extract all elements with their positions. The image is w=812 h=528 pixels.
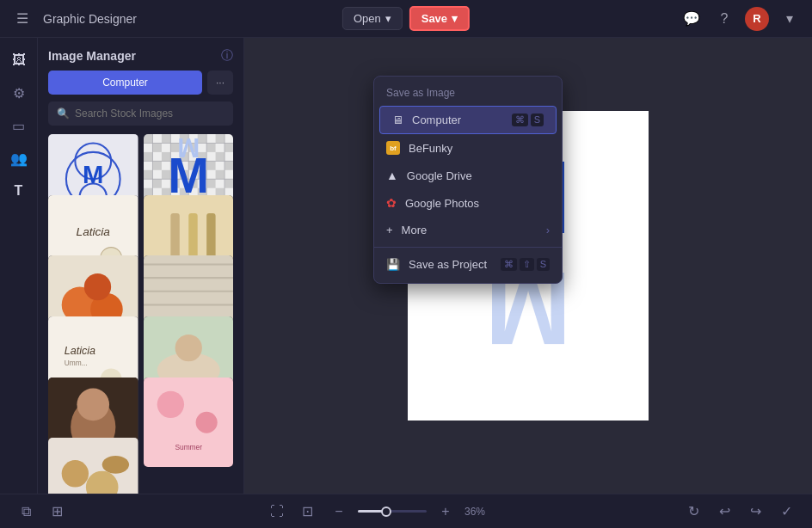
search-icon: 🔍 bbox=[57, 107, 70, 120]
svg-point-41 bbox=[157, 390, 183, 417]
svg-rect-19 bbox=[206, 213, 215, 258]
save-button[interactable]: Save ▾ bbox=[409, 6, 470, 31]
save-dropdown-menu: Save as Image 🖥 Computer ⌘ S bf BeFunky … bbox=[373, 76, 563, 284]
more-button[interactable]: ··· bbox=[207, 71, 233, 95]
zoom-percent: 36% bbox=[464, 506, 485, 518]
svg-text:Laticia: Laticia bbox=[77, 225, 111, 238]
befunky-label: BeFunky bbox=[409, 142, 452, 155]
sidebar-icon-people[interactable]: 👥 bbox=[5, 144, 33, 172]
save-chevron-icon: ▾ bbox=[452, 12, 458, 25]
layers-button[interactable]: ⧉ bbox=[14, 500, 38, 524]
zoom-thumb bbox=[381, 507, 391, 517]
redo-button[interactable]: ↪ bbox=[743, 500, 767, 524]
svg-point-36 bbox=[175, 335, 201, 361]
header-center: Open ▾ Save ▾ bbox=[342, 6, 470, 31]
panel-header: Image Manager ⓘ bbox=[38, 38, 243, 71]
svg-text:Umm...: Umm... bbox=[65, 359, 88, 367]
menu-icon[interactable]: ☰ bbox=[10, 7, 34, 31]
zoom-out-button[interactable]: − bbox=[327, 500, 351, 524]
image-panel: Image Manager ⓘ Computer ··· 🔍 M bbox=[38, 38, 244, 494]
check-button[interactable]: ✓ bbox=[774, 500, 798, 524]
save-photos-item[interactable]: ✿ Google Photos bbox=[374, 189, 562, 217]
svg-text:M: M bbox=[83, 161, 103, 188]
zoom-slider[interactable] bbox=[358, 510, 427, 513]
shortcut-shift: ⇧ bbox=[520, 258, 534, 271]
crop-button[interactable]: ⊡ bbox=[296, 500, 320, 524]
svg-text:M: M bbox=[177, 134, 200, 163]
save-project-icon: 💾 bbox=[386, 258, 400, 271]
shortcut-cmd: ⌘ bbox=[512, 114, 528, 126]
save-label: Save bbox=[421, 12, 447, 25]
svg-point-45 bbox=[62, 460, 89, 487]
shortcut-cmd2: ⌘ bbox=[501, 258, 517, 271]
icon-sidebar: 🖼 ⚙ ▭ 👥 T bbox=[0, 38, 38, 494]
grid-button[interactable]: ⊞ bbox=[45, 500, 69, 524]
svg-point-23 bbox=[84, 273, 111, 300]
computer-icon: 🖥 bbox=[392, 114, 403, 126]
google-drive-icon: ▲ bbox=[386, 169, 398, 182]
shortcut-s2: S bbox=[537, 258, 550, 271]
app-title: Graphic Designer bbox=[43, 12, 137, 26]
search-input[interactable] bbox=[75, 107, 225, 120]
refresh-button[interactable]: ↻ bbox=[681, 500, 705, 524]
svg-text:Summer: Summer bbox=[175, 442, 202, 451]
zoom-fill bbox=[358, 510, 383, 513]
save-computer-item[interactable]: 🖥 Computer ⌘ S bbox=[379, 106, 557, 134]
undo-button[interactable]: ↩ bbox=[712, 500, 736, 524]
zoom-in-button[interactable]: + bbox=[434, 500, 458, 524]
panel-title: Image Manager bbox=[48, 49, 136, 63]
toolbar-right: ↻ ↩ ↪ ✓ bbox=[681, 500, 798, 524]
expand-button[interactable]: ⛶ bbox=[265, 500, 289, 524]
header: ☰ Graphic Designer Open ▾ Save ▾ 💬 ? R ▾ bbox=[0, 0, 812, 38]
dropdown-header: Save as Image bbox=[374, 82, 562, 106]
main-area: 🖼 ⚙ ▭ 👥 T Image Manager ⓘ Computer ··· 🔍 bbox=[0, 38, 812, 494]
panel-actions: Computer ··· bbox=[38, 71, 243, 101]
avatar-button[interactable]: R bbox=[745, 7, 769, 31]
sidebar-icon-image[interactable]: 🖼 bbox=[5, 46, 33, 74]
open-button[interactable]: Open ▾ bbox=[342, 7, 403, 30]
computer-label: Computer bbox=[412, 114, 461, 126]
expand-chevron-icon[interactable]: ▾ bbox=[778, 7, 802, 31]
svg-rect-40 bbox=[144, 378, 234, 468]
computer-button[interactable]: Computer bbox=[48, 71, 202, 95]
google-photos-icon: ✿ bbox=[386, 196, 397, 210]
toolbar-center: ⛶ ⊡ − + 36% bbox=[265, 500, 485, 524]
sidebar-icon-layers[interactable]: ▭ bbox=[5, 112, 33, 139]
save-befunky-item[interactable]: bf BeFunky bbox=[374, 134, 562, 162]
sidebar-icon-sliders[interactable]: ⚙ bbox=[5, 79, 33, 107]
image-thumbnail[interactable] bbox=[48, 438, 138, 494]
bottom-toolbar: ⧉ ⊞ ⛶ ⊡ − + 36% ↻ ↩ ↪ ✓ bbox=[0, 494, 812, 528]
more-label: More bbox=[402, 224, 428, 236]
open-label: Open bbox=[354, 12, 381, 25]
header-left: ☰ Graphic Designer bbox=[10, 7, 137, 31]
open-chevron-icon: ▾ bbox=[385, 12, 391, 25]
shortcut-s: S bbox=[531, 114, 544, 126]
toolbar-left: ⧉ ⊞ bbox=[14, 500, 69, 524]
more-plus-icon: + bbox=[386, 224, 393, 236]
svg-point-42 bbox=[195, 411, 217, 433]
image-thumbnail[interactable]: Summer bbox=[144, 378, 234, 468]
image-grid: M M M bbox=[38, 134, 243, 494]
drive-label: Google Drive bbox=[407, 169, 472, 182]
more-chevron-icon: › bbox=[546, 224, 550, 236]
save-project-shortcut: ⌘ ⇧ S bbox=[501, 258, 550, 271]
svg-point-47 bbox=[102, 456, 129, 474]
chat-button[interactable]: 💬 bbox=[680, 7, 704, 31]
save-more-item[interactable]: + More › bbox=[374, 217, 562, 243]
header-right: 💬 ? R ▾ bbox=[680, 7, 802, 31]
befunky-icon: bf bbox=[386, 141, 400, 155]
search-bar-container: 🔍 bbox=[48, 101, 233, 126]
photos-label: Google Photos bbox=[405, 197, 479, 210]
save-drive-item[interactable]: ▲ Google Drive bbox=[374, 162, 562, 189]
svg-point-39 bbox=[77, 388, 109, 421]
avatar-label: R bbox=[753, 12, 760, 25]
canvas-area: M M Save as Image 🖥 Computer ⌘ S bf BeFu… bbox=[244, 38, 812, 494]
help-button[interactable]: ? bbox=[712, 7, 736, 31]
info-icon[interactable]: ⓘ bbox=[221, 48, 233, 64]
sidebar-icon-text[interactable]: T bbox=[5, 177, 33, 205]
more-left: + More bbox=[386, 224, 427, 236]
save-project-label: Save as Project bbox=[409, 258, 487, 271]
dropdown-divider bbox=[374, 247, 562, 248]
svg-text:Laticia: Laticia bbox=[65, 345, 95, 357]
save-project-item[interactable]: 💾 Save as Project ⌘ ⇧ S bbox=[374, 251, 562, 278]
